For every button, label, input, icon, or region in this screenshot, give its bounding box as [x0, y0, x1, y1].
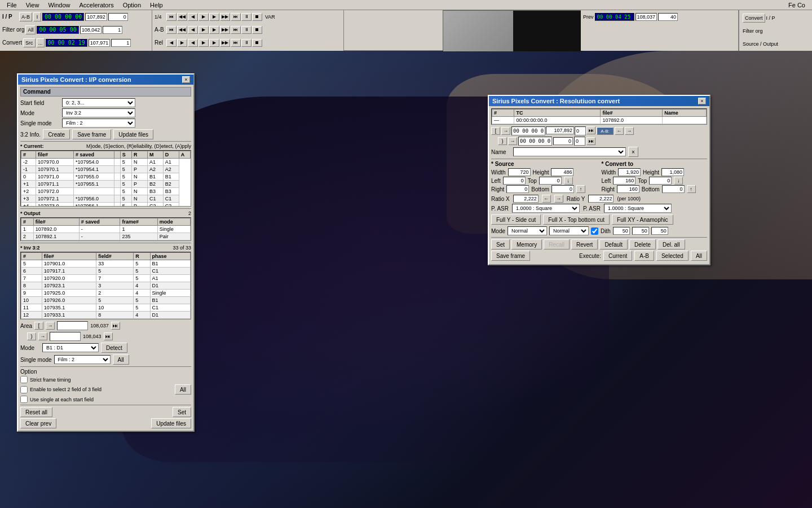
btn-ab-1[interactable]: A-B [19, 12, 32, 21]
transport3-prev[interactable]: ◀ [188, 39, 198, 47]
menu-help[interactable]: Help [145, 1, 167, 10]
cvt-top-arrow[interactable]: ↓ [674, 177, 683, 185]
btn-save-frame-ip[interactable]: Save frame [72, 129, 111, 139]
menu-option[interactable]: Option [118, 1, 145, 10]
area-input-2[interactable] [50, 332, 81, 341]
transport2-end[interactable]: ⏭ [231, 26, 241, 34]
transport-end[interactable]: ⏭ [231, 13, 241, 21]
area-btn-2[interactable]: ) [27, 332, 36, 340]
res-ab-right[interactable]: → [625, 127, 634, 135]
btn-reset-all[interactable]: Reset all [20, 407, 52, 417]
dialog-ip-close[interactable]: × [182, 76, 190, 83]
dialog-res-titlebar[interactable]: Sirius Pixels Convert : Resolutiuon conv… [489, 96, 709, 106]
res-tc-bracket[interactable]: [ [491, 127, 500, 135]
output-table-container[interactable]: # file# # saved frame# mode 1107892.0-1S… [20, 217, 191, 241]
res-tc-arrow[interactable]: → [501, 127, 510, 135]
transport3-stop[interactable]: ⏹ [252, 39, 262, 47]
transport2-prev[interactable]: ◀ [188, 26, 198, 34]
btn-selected[interactable]: Selected [656, 251, 689, 261]
btn-delete[interactable]: Delete [629, 239, 656, 249]
ratio-x-right[interactable]: → [554, 195, 563, 203]
btn-clear-prev[interactable]: Clear prev [20, 418, 56, 428]
mode-res-select1[interactable]: Normal [508, 226, 547, 235]
src-top-input[interactable] [539, 177, 562, 185]
transport3-next[interactable]: ▶ [209, 39, 219, 47]
btn-full-x[interactable]: Full X - Top bottom cut [543, 214, 610, 225]
transport2-begin[interactable]: ⏮ [166, 26, 176, 34]
res-tc2-end[interactable]: ⏭ [586, 137, 595, 145]
btn-src[interactable]: Src [23, 38, 36, 47]
transport-play-rev[interactable]: ▶ [198, 13, 209, 21]
transport-prev-fast[interactable]: ◀◀ [177, 13, 187, 21]
btn-default[interactable]: Default [599, 239, 628, 249]
btn-update-files-bottom[interactable]: Update files [151, 418, 191, 428]
btn-current[interactable]: Current [603, 251, 632, 261]
ratio-y-input[interactable] [588, 195, 614, 203]
cvt-width-input[interactable] [618, 168, 641, 176]
mode-bottom-select[interactable]: B1 : D1 [42, 343, 99, 352]
transport-next-fast[interactable]: ▶▶ [220, 13, 230, 21]
res-tc-end[interactable]: ⏭ [586, 126, 595, 134]
transport2-prev-fast[interactable]: ◀◀ [177, 26, 187, 34]
menu-view[interactable]: View [21, 1, 44, 10]
res-tc-num[interactable] [575, 126, 586, 135]
btn-memory[interactable]: Memory [511, 239, 542, 249]
transport-next[interactable]: ▶ [209, 13, 219, 21]
cb-single[interactable] [20, 396, 28, 403]
dialog-ip-titlebar[interactable]: Sirius Pixels Convert : I/P conversion × [18, 75, 193, 85]
res-tc2-bracket[interactable]: ) [498, 137, 507, 145]
res-tc2-arrow[interactable]: → [508, 137, 517, 145]
area-nav-1[interactable]: → [46, 322, 55, 330]
btn-all-res[interactable]: All [691, 251, 707, 261]
btn-full-y[interactable]: Full Y - Side cut [491, 214, 541, 225]
transport-begin[interactable]: ⏮ [166, 13, 176, 21]
src-top-arrow[interactable]: ↓ [564, 177, 573, 185]
btn-preview-convert[interactable]: Convert [743, 14, 765, 23]
dith-input2[interactable] [632, 227, 649, 235]
area-end-2[interactable]: ⏭ [104, 332, 113, 340]
mode-res-select2[interactable]: Normal [549, 226, 589, 235]
btn-set-res[interactable]: Set [491, 239, 510, 249]
btn-i[interactable]: I [33, 12, 41, 21]
btn-detect[interactable]: Detect [101, 343, 127, 353]
src-bottom-arrow[interactable]: ↑ [576, 185, 585, 193]
dith-input1[interactable] [613, 227, 630, 235]
cvt-height-input[interactable] [661, 168, 684, 176]
btn-recall[interactable]: Recall [544, 239, 570, 249]
src-left-input[interactable] [503, 177, 526, 185]
btn-ab-res[interactable]: A-B [634, 251, 654, 261]
transport3-play[interactable]: ▶ [198, 39, 209, 47]
src-right-input[interactable] [506, 185, 529, 193]
btn-dots[interactable]: ... [37, 38, 45, 47]
cb-select2[interactable] [20, 386, 28, 393]
res-tc2-num[interactable] [574, 137, 585, 146]
cb-strict[interactable] [20, 376, 28, 383]
res-tc2-input[interactable] [518, 137, 552, 146]
name-select[interactable] [513, 147, 626, 156]
area-input-1[interactable] [57, 321, 88, 330]
btn-save-frame-res[interactable]: Save frame [491, 251, 530, 261]
btn-create[interactable]: Create [43, 129, 70, 139]
ratio-x-input[interactable] [513, 195, 539, 203]
ratio-x-left[interactable]: ← [542, 195, 551, 203]
start-field-select[interactable]: 0: 2, 3... [62, 98, 135, 107]
area-btn-1[interactable]: [ [34, 322, 43, 330]
transport-prev[interactable]: ◀ [188, 13, 198, 21]
cvt-bottom-arrow[interactable]: ↑ [687, 185, 696, 193]
res-tc-num2[interactable]: A-B: [597, 127, 614, 135]
single-mode-select[interactable]: Film : 2 [62, 119, 135, 128]
current-table-container[interactable]: # file# # saved S R M D A -2107970.0*107… [20, 150, 191, 207]
transport-stop[interactable]: ⏹ [252, 13, 262, 21]
inv32-table-container[interactable]: # file# field# R phase 5107901.0335B1610… [20, 252, 191, 319]
src-bottom-input[interactable] [551, 185, 574, 193]
transport2-play[interactable]: ▶ [198, 26, 209, 34]
transport2-next-fast[interactable]: ▶▶ [220, 26, 230, 34]
src-width-input[interactable] [508, 168, 531, 176]
menu-file[interactable]: File [2, 1, 21, 10]
cvt-right-input[interactable] [617, 185, 639, 193]
res-tc-input[interactable] [511, 126, 545, 135]
transport3-pause[interactable]: ⏸ [241, 39, 251, 47]
btn-all-1[interactable]: All [25, 25, 36, 34]
pasr-cvt-select[interactable]: 1.0000 : Square [604, 204, 672, 213]
cvt-top-input[interactable] [649, 177, 672, 185]
